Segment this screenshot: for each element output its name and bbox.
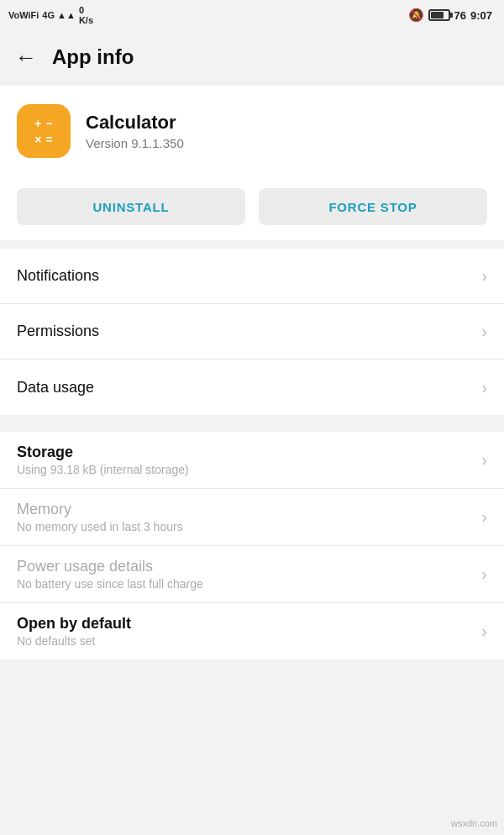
memory-item[interactable]: Memory No memory used in last 3 hours › — [0, 489, 504, 546]
open-default-label-group: Open by default No defaults set — [17, 615, 131, 648]
section-divider-2 — [0, 415, 504, 423]
calc-equals: = — [46, 134, 53, 145]
data-usage-item[interactable]: Data usage › — [0, 360, 504, 415]
permissions-label-group: Permissions — [17, 323, 99, 340]
notifications-label-group: Notifications — [17, 267, 99, 285]
status-left: VoWiFi 4G ▲▲ 0K/s — [8, 5, 93, 25]
notifications-chevron: › — [481, 266, 487, 286]
memory-title: Memory — [17, 501, 183, 518]
memory-sub: No memory used in last 3 hours — [17, 520, 183, 533]
force-stop-button[interactable]: FORCE STOP — [259, 188, 487, 225]
app-card: + − × = Calculator Version 9.1.1.350 — [0, 86, 504, 176]
calc-plus: + — [34, 118, 41, 129]
page-title: App info — [52, 45, 134, 69]
storage-title: Storage — [17, 444, 189, 461]
data-usage-label: Data usage — [17, 379, 94, 396]
calc-times: × — [34, 134, 41, 145]
power-chevron: › — [481, 565, 487, 584]
power-sub: No battery use since last full charge — [17, 577, 203, 591]
storage-section: Storage Using 93.18 kB (internal storage… — [0, 432, 504, 659]
watermark: wsxdn.com — [451, 818, 497, 828]
calc-minus: − — [46, 118, 53, 129]
storage-item[interactable]: Storage Using 93.18 kB (internal storage… — [0, 432, 504, 489]
data-usage-chevron: › — [481, 378, 487, 397]
permissions-chevron: › — [481, 322, 487, 341]
signal-info: VoWiFi — [8, 10, 39, 20]
data-usage-label-group: Data usage — [17, 379, 94, 396]
permissions-item[interactable]: Permissions › — [0, 304, 504, 360]
power-item[interactable]: Power usage details No battery use since… — [0, 546, 504, 603]
storage-label-group: Storage Using 93.18 kB (internal storage… — [17, 444, 189, 476]
permissions-label: Permissions — [17, 323, 99, 340]
bell-icon: 🔕 — [408, 8, 424, 23]
memory-label-group: Memory No memory used in last 3 hours — [17, 501, 183, 533]
action-buttons: UNINSTALL FORCE STOP — [0, 176, 504, 240]
app-icon: + − × = — [17, 104, 71, 158]
header: ← App info — [0, 30, 504, 84]
notifications-label: Notifications — [17, 267, 99, 285]
status-bar: VoWiFi 4G ▲▲ 0K/s 🔕 76 9:07 — [0, 0, 504, 30]
open-default-title: Open by default — [17, 615, 131, 633]
battery-percent: 76 — [454, 9, 466, 22]
menu-section: Notifications › Permissions › Data usage… — [0, 249, 504, 415]
app-version: Version 9.1.1.350 — [86, 136, 184, 150]
battery-icon — [428, 9, 450, 21]
open-default-sub: No defaults set — [17, 634, 131, 648]
open-default-chevron: › — [481, 622, 487, 641]
memory-chevron: › — [481, 507, 487, 527]
time-display: 9:07 — [470, 9, 492, 22]
notifications-item[interactable]: Notifications › — [0, 249, 504, 304]
uninstall-button[interactable]: UNINSTALL — [17, 188, 245, 225]
power-title: Power usage details — [17, 558, 203, 575]
storage-chevron: › — [481, 450, 487, 470]
storage-sub: Using 93.18 kB (internal storage) — [17, 463, 189, 476]
open-default-item[interactable]: Open by default No defaults set › — [0, 603, 504, 659]
data-speed: 0K/s — [79, 5, 93, 25]
back-button[interactable]: ← — [15, 46, 37, 68]
status-right: 🔕 76 9:07 — [408, 8, 493, 23]
section-divider-1 — [0, 240, 504, 249]
app-name: Calculator — [86, 112, 184, 134]
power-label-group: Power usage details No battery use since… — [17, 558, 203, 591]
signal-bars: 4G ▲▲ — [42, 10, 76, 20]
app-info-text: Calculator Version 9.1.1.350 — [86, 112, 184, 150]
